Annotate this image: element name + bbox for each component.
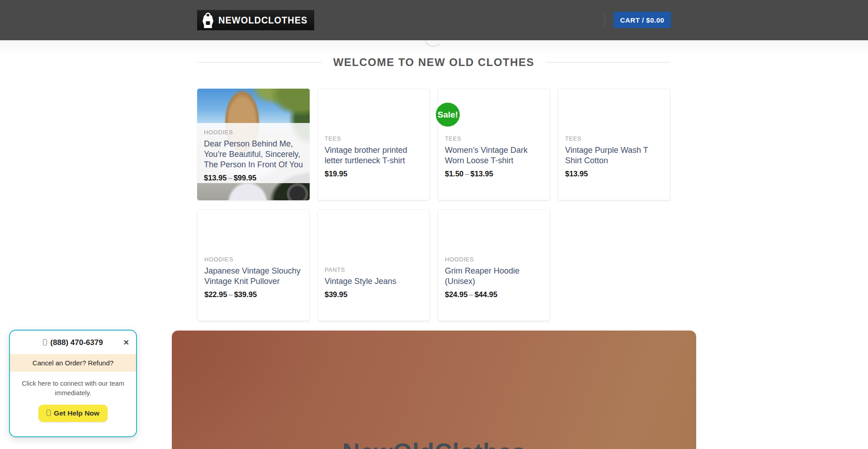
brand-banner-text: NewOldClothes	[172, 438, 696, 449]
price-separator: –	[467, 290, 474, 298]
product-card[interactable]: HOODIES Grim Reaper Hoodie (Unisex) $24.…	[438, 209, 550, 321]
close-icon[interactable]: ✕	[123, 338, 129, 347]
product-price: $1.50–$13.95	[445, 170, 546, 178]
price-from: $39.95	[325, 290, 347, 298]
page-title: WELCOME TO NEW OLD CLOTHES	[333, 56, 534, 69]
site-logo[interactable]: NEWOLDCLOTHES	[197, 10, 314, 30]
product-title[interactable]: Vintage Purple Wash T Shirt Cotton	[565, 145, 666, 166]
product-info-overlay: HOODIES Dear Person Behind Me, You’re Be…	[197, 123, 310, 183]
product-card[interactable]: HOODIES Japanese Vintage Slouchy Vintage…	[197, 209, 310, 321]
price-from: $22.95	[204, 290, 227, 298]
chat-message: Click here to connect with our team imme…	[18, 379, 128, 398]
price-separator: –	[226, 174, 233, 182]
price-to: $39.95	[234, 290, 257, 298]
price-separator: –	[227, 290, 234, 298]
price-from: $1.50	[445, 170, 463, 178]
brand-banner: NewOldClothes	[172, 331, 696, 449]
title-rule-left	[197, 62, 321, 63]
price-separator: –	[463, 170, 470, 178]
price-to: $99.95	[234, 174, 256, 182]
product-category[interactable]: TEES	[565, 135, 666, 142]
price-from: $24.95	[445, 290, 467, 298]
product-category[interactable]: TEES	[325, 135, 426, 142]
product-price: $22.95–$39.95	[204, 290, 306, 299]
sale-badge: Sale!	[436, 103, 460, 127]
product-price: $13.95	[565, 170, 666, 178]
price-from: $19.95	[325, 170, 347, 178]
phone-icon	[43, 339, 47, 345]
header-divider	[604, 12, 605, 27]
product-grid: HOODIES Dear Person Behind Me, You’re Be…	[197, 89, 670, 321]
price-to: $13.95	[470, 170, 493, 178]
title-rule-right	[546, 62, 670, 63]
product-card[interactable]: PANTS Vintage Style Jeans $39.95	[317, 209, 430, 321]
product-price: $39.95	[325, 290, 426, 299]
get-help-label: Get Help Now	[54, 409, 99, 417]
chat-header: (888) 470-6379 ✕	[10, 338, 136, 347]
product-card[interactable]: Sale! TEES Women’s Vintage Dark Worn Loo…	[438, 89, 550, 200]
product-category[interactable]: HOODIES	[204, 129, 306, 136]
product-title[interactable]: Vintage Style Jeans	[325, 276, 426, 287]
product-category[interactable]: PANTS	[325, 266, 426, 273]
product-price: $13.95–$99.95	[204, 174, 306, 182]
product-title[interactable]: Grim Reaper Hoodie (Unisex)	[445, 266, 546, 287]
product-price: $24.95–$44.95	[445, 290, 546, 299]
loading-spinner	[420, 40, 448, 51]
product-price: $19.95	[325, 170, 426, 178]
price-from: $13.95	[204, 174, 226, 182]
product-title[interactable]: Dear Person Behind Me, You’re Beautiful,…	[204, 139, 306, 170]
product-category[interactable]: HOODIES	[204, 256, 306, 263]
site-header: NEWOLDCLOTHES CART / $0.00	[0, 0, 868, 40]
chat-topic-banner[interactable]: Cancel an Order? Refund?	[10, 354, 136, 372]
welcome-section: WELCOME TO NEW OLD CLOTHES	[197, 55, 670, 70]
chat-bubble-icon	[47, 410, 51, 416]
product-title[interactable]: Women’s Vintage Dark Worn Loose T-shirt	[445, 145, 546, 166]
chat-widget: (888) 470-6379 ✕ Cancel an Order? Refund…	[9, 330, 137, 437]
product-category[interactable]: TEES	[445, 135, 546, 142]
spinner-ring-icon	[424, 40, 443, 47]
price-to: $44.95	[475, 290, 497, 298]
product-card[interactable]: TEES Vintage brother printed letter turt…	[317, 89, 430, 200]
chat-phone-number[interactable]: (888) 470-6379	[50, 338, 103, 347]
price-from: $13.95	[565, 170, 588, 178]
logo-text: NEWOLDCLOTHES	[218, 14, 307, 26]
product-card[interactable]: TEES Vintage Purple Wash T Shirt Cotton …	[558, 89, 670, 200]
cart-button[interactable]: CART / $0.00	[613, 12, 671, 28]
product-category[interactable]: HOODIES	[445, 256, 546, 263]
product-card[interactable]: HOODIES Dear Person Behind Me, You’re Be…	[197, 89, 310, 200]
get-help-button[interactable]: Get Help Now	[38, 405, 108, 422]
hoodie-logo-icon	[202, 12, 214, 28]
product-title[interactable]: Japanese Vintage Slouchy Vintage Knit Pu…	[204, 266, 306, 287]
product-title[interactable]: Vintage brother printed letter turtlenec…	[325, 145, 426, 166]
